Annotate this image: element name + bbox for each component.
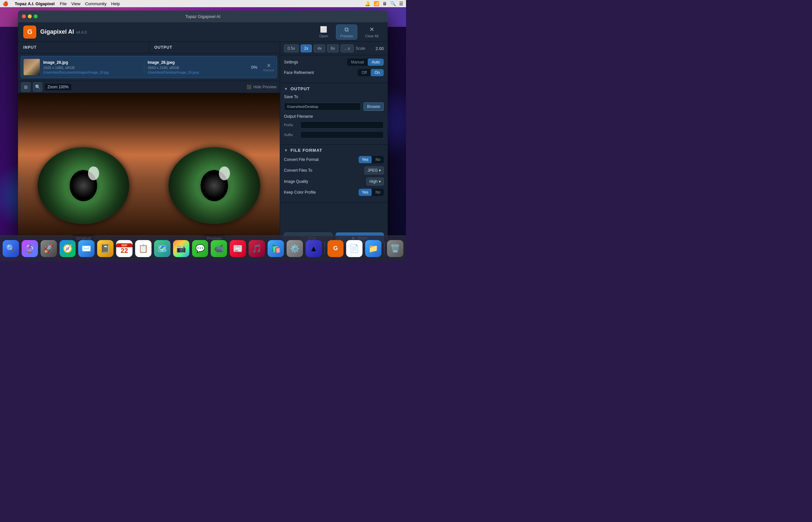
quality-select[interactable]: High ▾ (367, 178, 384, 185)
app-header: G Gigapixel AI v4.4.0 ⬜ Open ⧉ Preview ✕… (18, 22, 388, 42)
remove-button[interactable]: ✕ Remove (263, 62, 274, 72)
dock-trash[interactable]: 🗑️ (387, 240, 403, 257)
file-thumbnail (23, 59, 40, 75)
dock-launchpad[interactable]: 🚀 (41, 240, 57, 257)
dock-settings[interactable]: ⚙️ (286, 240, 303, 257)
scale-6x[interactable]: 6x (327, 44, 339, 52)
path-row: Browse (284, 102, 384, 111)
suffix-label: Suffix (284, 133, 300, 137)
preview-icon: ⧉ (344, 26, 349, 33)
dock-calendar[interactable]: SEP 22 (116, 240, 133, 257)
dock-altair[interactable]: ▲ (305, 240, 322, 257)
minimize-button[interactable] (28, 14, 32, 18)
output-section-header[interactable]: ▼ OUTPUT (284, 86, 384, 91)
manual-button[interactable]: Manual (347, 59, 368, 66)
dock-mail[interactable]: ✉️ (78, 240, 95, 257)
menu-community[interactable]: Community (85, 1, 107, 6)
preview-area: ⊞ 🔍 Zoom 100% ⬛ Hide Preview (18, 81, 280, 247)
path-input[interactable] (284, 103, 361, 111)
notification-icon[interactable]: 🔔 (365, 1, 370, 6)
dock-topaz-gigapixel[interactable]: G (328, 240, 344, 257)
right-panel: 0.5x 2x 4x 6x …x Scale 2.00 Settings Man… (280, 42, 388, 247)
dock-maps[interactable]: 🗺️ (154, 240, 171, 257)
zoom-label: Zoom 100% (45, 84, 71, 90)
menu-items: File View Community Help (60, 1, 120, 6)
file-format-section: ▼ FILE FORMAT Convert File Format Yes No… (280, 144, 388, 203)
browse-button[interactable]: Browse (363, 102, 384, 111)
zoom-in-button[interactable]: 🔍 (33, 82, 42, 92)
prefix-input[interactable] (300, 121, 384, 128)
fit-button[interactable]: ⊞ (21, 82, 31, 92)
output-section: ▼ OUTPUT Save To Browse Output Filename … (280, 83, 388, 144)
on-button[interactable]: On (371, 69, 384, 76)
output-section-title: OUTPUT (291, 86, 310, 91)
format-select[interactable]: JPEG ▾ (364, 166, 384, 174)
output-filename: Image_26.jpeg (147, 60, 245, 65)
convert-yes-button[interactable]: Yes (359, 156, 372, 163)
scale-2x[interactable]: 2x (301, 44, 312, 52)
remove-icon: ✕ (266, 62, 271, 69)
suffix-input[interactable] (300, 131, 384, 138)
dock-facetime[interactable]: 📹 (211, 240, 227, 257)
dock-appstore[interactable]: 🛍️ (268, 240, 284, 257)
file-format-header[interactable]: ▼ FILE FORMAT (284, 148, 384, 153)
dock-siri[interactable]: 🔮 (22, 240, 38, 257)
convert-format-label: Convert File Format (284, 157, 359, 162)
dock-finder2[interactable]: 📁 (365, 240, 381, 257)
dock-finder[interactable]: 🔍 (3, 240, 19, 257)
dock-safari[interactable]: 🧭 (60, 240, 76, 257)
maximize-button[interactable] (34, 14, 38, 18)
keep-no-button[interactable]: No (372, 189, 384, 196)
eye-highlight-preview (219, 166, 230, 180)
dock-document[interactable]: 📄 (346, 240, 362, 257)
file-progress: 0% (251, 65, 257, 70)
thumbnail-image (23, 59, 40, 75)
keep-yes-button[interactable]: Yes (359, 189, 372, 196)
input-header: INPUT (18, 42, 149, 53)
output-filename-label: Output Filename (284, 114, 384, 119)
convert-format-toggle: Yes No (359, 156, 384, 163)
file-output-info: Image_26.jpeg 3840 x 2160, sRGB /Users/t… (144, 60, 245, 74)
file-format-title: FILE FORMAT (291, 148, 322, 153)
clear-icon: ✕ (369, 26, 374, 33)
open-button[interactable]: ⬜ Open (315, 24, 332, 39)
output-path: /Users/test/Desktop/Image_26.jpeg (147, 71, 245, 74)
file-input-info: Image_26.jpg 1920 x 1080, sRGB /Users/te… (43, 60, 141, 74)
off-button[interactable]: Off (358, 69, 371, 76)
dock-news[interactable]: 📰 (230, 240, 246, 257)
app-name: Topaz A.I. Gigapixel (15, 1, 55, 6)
scale-4x[interactable]: 4x (314, 44, 325, 52)
clear-all-button[interactable]: ✕ Clear All (361, 24, 382, 39)
close-button[interactable] (22, 14, 26, 18)
scale-05x[interactable]: 0.5x (284, 44, 299, 52)
menu-view[interactable]: View (71, 1, 80, 6)
dock-notes[interactable]: 📓 (97, 240, 114, 257)
menu-file[interactable]: File (60, 1, 67, 6)
menu-help[interactable]: Help (111, 1, 120, 6)
convert-no-button[interactable]: No (372, 156, 384, 163)
file-row: Image_26.jpg 1920 x 1080, sRGB /Users/te… (21, 56, 277, 78)
hide-preview-button[interactable]: ⬛ Hide Preview (247, 85, 276, 89)
apple-menu[interactable]: 🍎 (3, 1, 8, 6)
search-icon[interactable]: 🔍 (390, 1, 396, 6)
dock-music[interactable]: 🎵 (249, 240, 265, 257)
image-quality-row: Image Quality High ▾ (284, 178, 384, 185)
suffix-row: Suffix (284, 131, 384, 138)
control-center-icon[interactable]: ☰ (399, 1, 403, 6)
file-format-chevron-icon: ▼ (284, 148, 288, 153)
app-title-row: Gigapixel AI v4.4.0 (40, 28, 87, 35)
dock: 🔍 🔮 🚀 🧭 ✉️ 📓 SEP 22 📋 🗺️ 📷 💬 📹 📰 🎵 🛍️ ⚙️… (0, 236, 406, 261)
dock-reminders[interactable]: 📋 (135, 240, 152, 257)
eye-highlight (88, 166, 99, 180)
dock-messages[interactable]: 💬 (192, 240, 209, 257)
face-refinement-toggle: Off On (358, 69, 384, 76)
prefix-label: Prefix (284, 123, 300, 127)
preview-button[interactable]: ⧉ Preview (336, 24, 357, 40)
split-preview: Original Preview (18, 93, 280, 247)
scale-custom[interactable]: …x (341, 44, 354, 52)
preview-toolbar: ⊞ 🔍 Zoom 100% ⬛ Hide Preview (18, 81, 280, 93)
auto-button[interactable]: Auto (368, 59, 384, 66)
scale-value: 2.00 (376, 46, 384, 51)
keep-color-label: Keep Color Profile (284, 190, 359, 195)
dock-photos[interactable]: 📷 (173, 240, 190, 257)
